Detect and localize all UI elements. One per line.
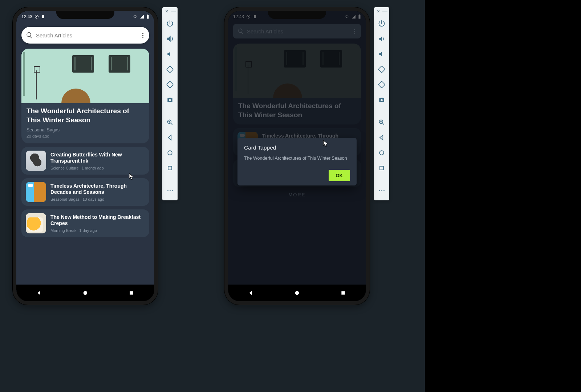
close-icon[interactable]: × [377, 9, 380, 13]
svg-rect-7 [167, 66, 174, 73]
svg-point-5 [84, 291, 88, 295]
card-source: Morning Break [50, 228, 77, 233]
svg-rect-2 [42, 15, 44, 18]
back-icon[interactable] [164, 130, 176, 145]
overflow-icon[interactable] [141, 32, 145, 39]
emulator-right: 12:43 [224, 7, 389, 305]
svg-rect-19 [341, 291, 345, 294]
overview-icon[interactable] [375, 160, 388, 176]
hero-source: Seasonal Sagas [27, 127, 144, 132]
close-icon[interactable]: × [165, 9, 168, 13]
emulator-toolbar: ×— [162, 7, 178, 200]
svg-rect-25 [380, 166, 383, 170]
minimize-icon[interactable]: — [383, 9, 387, 13]
nav-bar [228, 285, 366, 301]
phone-screen: 12:43 [16, 11, 154, 301]
nav-bar [16, 285, 154, 301]
screenshot-icon[interactable] [375, 92, 388, 107]
search-bar[interactable] [21, 27, 149, 44]
article-card[interactable]: The New Method to Making Breakfast Crepe… [21, 209, 149, 237]
svg-point-1 [36, 16, 37, 17]
power-icon[interactable] [375, 16, 388, 31]
card-source: Seasonal Sagas [50, 197, 80, 201]
back-icon[interactable] [375, 130, 388, 145]
wifi-icon [133, 15, 138, 19]
nav-back-icon[interactable] [35, 289, 43, 297]
card-title: The New Method to Making Breakfast Crepe… [50, 214, 145, 227]
article-card[interactable]: Timeless Architecture, Through Decades a… [21, 178, 149, 206]
minimize-icon[interactable]: — [171, 9, 175, 13]
phone-screen: 12:43 [228, 11, 366, 301]
hero-image [21, 49, 149, 103]
dialog-message: The Wonderful Architectures of This Wint… [244, 155, 350, 162]
cursor-icon [323, 140, 328, 147]
hero-card[interactable]: The Wonderful Architectures of This Wint… [21, 49, 149, 143]
svg-point-9 [169, 99, 171, 101]
emulator-toolbar: ×— [374, 7, 389, 200]
volume-up-icon[interactable] [164, 31, 176, 46]
more-icon[interactable] [375, 183, 388, 198]
rotate-left-icon[interactable] [375, 62, 388, 77]
nav-back-icon[interactable] [247, 289, 255, 297]
article-card[interactable]: Creating Butterflies With New Transparen… [21, 147, 149, 175]
card-thumbnail [26, 182, 46, 202]
dialog-ok-button[interactable]: OK [329, 170, 350, 181]
zoom-icon[interactable] [375, 115, 388, 130]
hero-age: 20 days ago [27, 134, 144, 138]
dialog-title: Card Tapped [244, 144, 350, 151]
card-title: Creating Butterflies With New Transparen… [50, 152, 145, 164]
card-thumbnail [26, 151, 46, 171]
svg-rect-21 [378, 81, 385, 88]
phone-frame: 12:43 [13, 7, 158, 305]
zoom-icon[interactable] [164, 115, 176, 130]
search-icon [26, 32, 33, 39]
screenshot-icon[interactable] [164, 92, 176, 107]
card-age: 1 day ago [80, 228, 97, 233]
svg-point-22 [381, 99, 383, 101]
card-title: Timeless Architecture, Through Decades a… [50, 183, 145, 196]
sim-icon [41, 15, 45, 19]
svg-point-24 [379, 151, 384, 155]
nav-home-icon[interactable] [293, 289, 301, 297]
rotate-right-icon[interactable] [375, 77, 388, 92]
rotate-left-icon[interactable] [164, 62, 176, 77]
svg-rect-4 [147, 15, 148, 15]
more-icon[interactable] [164, 183, 176, 198]
card-thumbnail [26, 213, 46, 233]
overview-icon[interactable] [164, 160, 176, 176]
svg-rect-12 [168, 166, 172, 170]
svg-rect-20 [378, 66, 385, 73]
home-icon[interactable] [164, 145, 176, 160]
dialog: Card Tapped The Wonderful Architectures … [237, 138, 357, 185]
volume-down-icon[interactable] [375, 46, 388, 62]
svg-rect-3 [147, 15, 149, 19]
home-icon[interactable] [375, 145, 388, 160]
cursor-icon [129, 173, 134, 180]
search-input[interactable] [36, 32, 141, 38]
status-time: 12:43 [21, 14, 32, 19]
signal-icon [140, 15, 144, 19]
phone-frame: 12:43 [224, 7, 370, 305]
svg-rect-8 [167, 81, 174, 88]
nav-recent-icon[interactable] [127, 289, 135, 297]
battery-icon [146, 15, 149, 19]
nav-recent-icon[interactable] [339, 289, 347, 297]
hero-title: The Wonderful Architectures of This Wint… [27, 107, 144, 124]
power-icon[interactable] [164, 16, 176, 31]
card-source: Science Culture [50, 166, 79, 170]
svg-point-11 [168, 151, 172, 155]
emulator-left: 12:43 [13, 7, 178, 305]
card-age: 10 days ago [82, 197, 104, 201]
card-age: 1 month ago [82, 166, 104, 170]
svg-point-18 [295, 291, 299, 295]
rotate-right-icon[interactable] [164, 77, 176, 92]
volume-up-icon[interactable] [375, 31, 388, 46]
debug-icon [34, 15, 39, 19]
svg-rect-6 [130, 291, 133, 294]
nav-home-icon[interactable] [81, 289, 89, 297]
volume-down-icon[interactable] [164, 46, 176, 62]
